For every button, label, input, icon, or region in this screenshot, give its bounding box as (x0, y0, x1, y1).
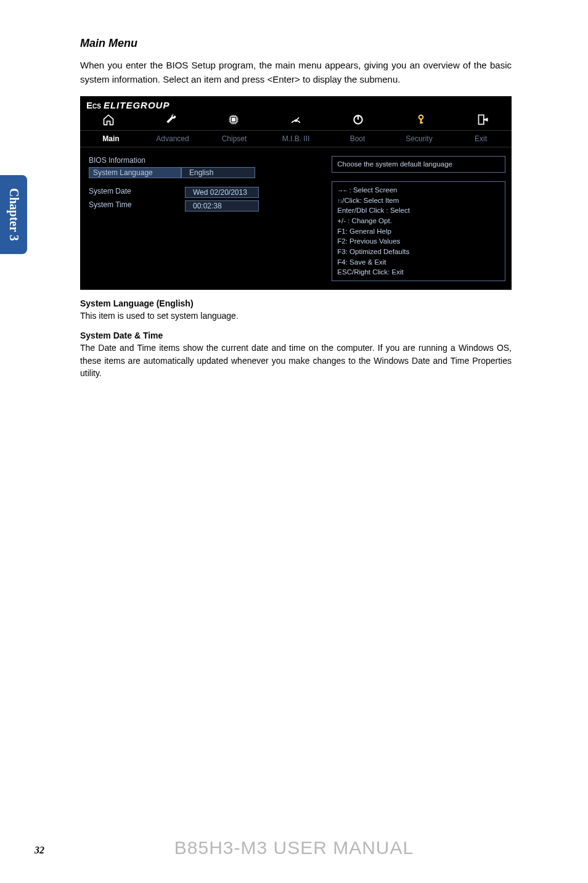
help-line: : Select Screen (337, 185, 500, 195)
svg-rect-1 (232, 118, 235, 121)
bios-help-description: Choose the system default language (332, 156, 505, 173)
bios-left-pane: BIOS Information System Language English… (80, 147, 332, 290)
bios-logo-mark: ECS (86, 100, 101, 110)
key-icon (414, 113, 428, 126)
page-content: Main Menu When you enter the BIOS Setup … (80, 37, 512, 379)
home-icon (101, 113, 116, 126)
tab-main[interactable]: Main (80, 133, 142, 144)
bios-tabs: Main Advanced Chipset M.I.B. III Boot Se… (80, 130, 512, 147)
system-language-heading: System Language (English) (80, 298, 512, 308)
power-icon (351, 113, 365, 126)
system-time-label: System Time (89, 200, 185, 212)
help-line: ESC/Right Click: Exit (337, 267, 500, 277)
help-line: F2: Previous Values (337, 236, 500, 247)
tab-mib[interactable]: M.I.B. III (265, 133, 327, 144)
manual-title: B85H3-M3 USER MANUAL (174, 837, 414, 858)
system-date-value[interactable]: Wed 02/20/2013 (185, 187, 259, 198)
svg-rect-21 (478, 115, 483, 125)
bios-brand: ELITEGROUP (104, 100, 170, 110)
svg-point-15 (295, 120, 297, 121)
bios-header: ECS ELITEGROUP (80, 96, 512, 112)
page-footer: B85H3-M3 USER MANUAL (0, 837, 588, 858)
tab-boot[interactable]: Boot (327, 133, 388, 144)
tab-advanced[interactable]: Advanced (142, 133, 203, 144)
main-menu-heading: Main Menu (80, 37, 512, 50)
intro-paragraph: When you enter the BIOS Setup program, t… (80, 59, 512, 86)
gauge-icon (288, 113, 303, 126)
system-language-value[interactable]: English (181, 167, 255, 178)
bios-right-pane: Choose the system default language : Sel… (332, 147, 512, 290)
svg-point-18 (419, 115, 423, 120)
tab-chipset[interactable]: Chipset (203, 133, 265, 144)
bios-body: BIOS Information System Language English… (80, 147, 512, 290)
bios-info-label: BIOS Information (89, 156, 187, 165)
help-line: F1: General Help (337, 226, 500, 237)
bios-icon-row (80, 112, 512, 130)
svg-rect-20 (420, 122, 423, 123)
chapter-side-tab: Chapter 3 (0, 175, 27, 254)
help-line: Enter/Dbl Click : Select (337, 205, 500, 216)
help-line: /Click: Select Item (337, 195, 500, 206)
wrench-icon (163, 113, 178, 126)
system-language-text: This item is used to set system language… (80, 310, 512, 322)
system-date-time-text: The Date and Time items show the current… (80, 342, 512, 379)
page-number: 32 (35, 845, 44, 856)
tab-exit[interactable]: Exit (450, 133, 512, 144)
help-line: +/- : Change Opt. (337, 216, 500, 226)
help-line: F4: Save & Exit (337, 257, 500, 268)
system-date-label: System Date (89, 187, 185, 198)
system-language-label[interactable]: System Language (89, 167, 181, 178)
tab-security[interactable]: Security (388, 133, 450, 144)
bios-screenshot: ECS ELITEGROUP Main Advanced Chipset M.I… (80, 96, 512, 290)
bios-help-keys: : Select Screen /Click: Select Item Ente… (332, 181, 505, 281)
system-time-value[interactable]: 00:02:38 (185, 200, 259, 212)
arrows-lr-icon (337, 186, 347, 194)
system-date-time-heading: System Date & Time (80, 331, 512, 340)
chip-icon (226, 113, 241, 126)
help-line: F3: Optimized Defaults (337, 247, 500, 257)
exit-icon (476, 113, 491, 126)
